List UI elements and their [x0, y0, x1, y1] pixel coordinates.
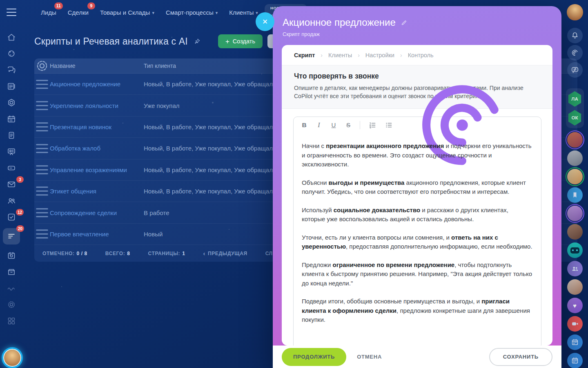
- sidebar-item-documents[interactable]: [3, 130, 20, 141]
- sidebar-item-news[interactable]: [3, 81, 20, 92]
- user-avatar[interactable]: [567, 279, 583, 295]
- rail-button-invite-users[interactable]: [567, 261, 583, 276]
- hex-initials-badge[interactable]: ЛА: [568, 91, 582, 107]
- drag-handle-icon[interactable]: [34, 185, 50, 197]
- table-settings-gear-icon[interactable]: [34, 58, 50, 74]
- user-avatar[interactable]: [567, 169, 583, 184]
- save-button[interactable]: СОХРАНИТЬ: [489, 348, 552, 366]
- sidebar-item-scripts[interactable]: 20: [3, 228, 20, 245]
- nav-item-clients[interactable]: Клиенты▾: [228, 6, 259, 19]
- chevron-right-icon: ›: [358, 52, 360, 58]
- wizard-step[interactable]: Контроль: [408, 52, 434, 58]
- sidebar-item-settings[interactable]: [3, 299, 20, 310]
- rail-button-bookmark[interactable]: [567, 187, 583, 203]
- drag-handle-icon[interactable]: [34, 121, 50, 133]
- script-name-link[interactable]: Этикет общения: [50, 188, 144, 195]
- rail-button-calendar-white[interactable]: [567, 353, 583, 368]
- script-name-link[interactable]: Первое впечатление: [50, 231, 144, 238]
- messenger-icon: [7, 65, 16, 75]
- nav-item-deals[interactable]: Сделки9: [67, 6, 89, 19]
- modal-subtitle: Скрипт продаж: [283, 31, 551, 37]
- user-avatar[interactable]: [567, 206, 583, 221]
- drag-handle-icon[interactable]: [34, 142, 50, 155]
- underline-button[interactable]: U: [330, 121, 337, 128]
- wizard-step[interactable]: Скрипт: [294, 52, 315, 58]
- sidebar-item-sign[interactable]: [3, 267, 20, 277]
- rail-button-copilot[interactable]: [567, 45, 583, 61]
- rail-button-calendar-white[interactable]: [567, 334, 583, 350]
- drag-handle-icon[interactable]: [34, 206, 50, 219]
- script-name-link[interactable]: Презентация новинок: [50, 123, 144, 130]
- community-icon: [7, 49, 16, 58]
- pin-icon[interactable]: [194, 38, 201, 45]
- sidebar-item-messenger[interactable]: [3, 65, 20, 75]
- drag-handle-icon[interactable]: [34, 78, 50, 90]
- drag-handle-icon[interactable]: [34, 228, 50, 240]
- hex-initials-badge[interactable]: ОК: [568, 110, 582, 126]
- sidebar-item-home[interactable]: [3, 32, 20, 43]
- calendar-white-icon: [570, 338, 579, 347]
- user-avatar[interactable]: ♥: [567, 298, 583, 313]
- rail-button-video[interactable]: [567, 316, 583, 332]
- sidebar-item-mail[interactable]: 3: [3, 179, 20, 190]
- app-root: Лиды11Сделки9Товары и Склады▾Смарт-проце…: [0, 0, 588, 368]
- editor-paragraph: Используй социальное доказательство и ра…: [302, 206, 533, 224]
- market-icon: [7, 316, 16, 326]
- script-text-editor[interactable]: Начни с презентации акционного предложен…: [294, 133, 541, 346]
- strikethrough-button[interactable]: S: [345, 121, 352, 128]
- script-name-link[interactable]: Сопровождение сделки: [50, 209, 144, 216]
- documents-icon: [7, 130, 16, 140]
- sidebar-item-calendar[interactable]: [3, 114, 20, 124]
- video-icon: [570, 319, 579, 328]
- close-icon[interactable]: ✕: [256, 12, 274, 31]
- sidebar-item-automation[interactable]: [3, 250, 20, 261]
- sidebar-item-marketing[interactable]: [3, 146, 20, 157]
- sidebar-item-drive[interactable]: [3, 163, 20, 173]
- sidebar-item-people[interactable]: [3, 195, 20, 206]
- user-avatar[interactable]: [567, 224, 583, 240]
- script-name-link[interactable]: Акционное предложение: [50, 81, 144, 88]
- sidebar-item-telephony[interactable]: [3, 283, 20, 294]
- bot-avatar[interactable]: [567, 242, 583, 258]
- column-header-client-type[interactable]: Тип клиента: [144, 63, 176, 69]
- italic-button[interactable]: I: [316, 121, 322, 129]
- edit-pencil-icon[interactable]: [401, 19, 408, 26]
- marketing-icon: [7, 147, 16, 157]
- drag-handle-icon[interactable]: [34, 99, 50, 112]
- bold-button[interactable]: B: [301, 121, 307, 129]
- cancel-button[interactable]: ОТМЕНА: [357, 354, 382, 360]
- sidebar-item-market[interactable]: [3, 316, 20, 326]
- sidebar-item-tasks[interactable]: 12: [3, 212, 20, 222]
- wizard-step[interactable]: Настройки: [365, 52, 394, 58]
- script-name-link[interactable]: Управление возражениями: [50, 166, 144, 173]
- sidebar-item-community[interactable]: [3, 48, 20, 59]
- wizard-step[interactable]: Клиенты: [328, 52, 352, 58]
- create-button[interactable]: + Создать: [218, 34, 263, 48]
- user-avatar[interactable]: [567, 132, 583, 148]
- settings-icon: [7, 300, 16, 310]
- automation-icon: [7, 251, 16, 260]
- user-avatar[interactable]: [567, 150, 583, 166]
- sidebar-item-crm[interactable]: [3, 97, 20, 108]
- continue-button[interactable]: ПРОДОЛЖИТЬ: [282, 348, 346, 366]
- drag-handle-icon[interactable]: [34, 164, 50, 176]
- prev-page-link[interactable]: ‹ПРЕДЫДУЩАЯ: [203, 250, 247, 256]
- script-name-link[interactable]: Укрепление лояльности: [50, 102, 144, 109]
- script-name-link[interactable]: Обработка жалоб: [50, 145, 144, 152]
- editor-paragraph: Начни с презентации акционного предложен…: [302, 141, 533, 169]
- menu-hamburger-icon[interactable]: [7, 9, 16, 16]
- rail-button-bell[interactable]: [567, 28, 583, 43]
- background-stars: [0, 0, 1, 1]
- nav-item-products[interactable]: Товары и Склады▾: [99, 6, 155, 19]
- bullet-list-icon[interactable]: [385, 121, 393, 129]
- calendar-white-icon: [570, 356, 579, 365]
- current-user-avatar[interactable]: [3, 349, 21, 367]
- crm-icon: [7, 98, 16, 108]
- chevron-right-icon: ›: [321, 52, 323, 58]
- nav-item-smart-processes[interactable]: Смарт-процессы▾: [165, 6, 218, 19]
- ordered-list-icon[interactable]: [368, 121, 376, 129]
- column-header-name[interactable]: Название: [50, 63, 144, 69]
- nav-item-leads[interactable]: Лиды11: [40, 6, 57, 19]
- profile-avatar[interactable]: [567, 4, 583, 20]
- rail-button-chat-transfer[interactable]: [567, 62, 583, 78]
